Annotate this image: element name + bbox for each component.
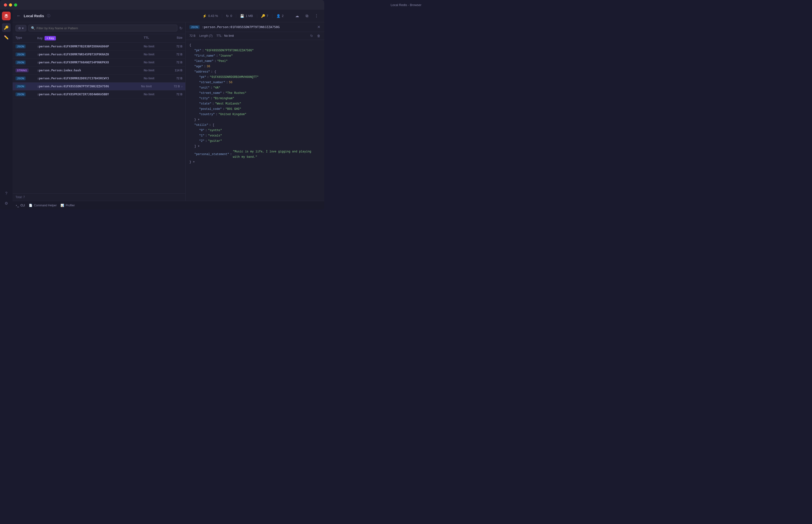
json-delete-btn[interactable]: 🗑 bbox=[316, 60, 320, 63]
keys-value: 7 bbox=[266, 14, 268, 18]
detail-delete-button[interactable]: 🗑 bbox=[317, 34, 320, 38]
toolbar-profiler[interactable]: 📊 Profiler bbox=[61, 204, 75, 207]
filter-dropdown-icon: ▾ bbox=[22, 26, 24, 30]
detail-type-badge: JSON bbox=[190, 25, 200, 29]
search-box: 🔍 bbox=[28, 25, 177, 31]
row-type: JSON bbox=[16, 45, 37, 48]
back-button[interactable]: ← bbox=[16, 13, 21, 18]
json-delete-btn[interactable]: 🗑 bbox=[316, 76, 320, 79]
row-type: JSON bbox=[16, 52, 37, 56]
json-line: "unit" : "4A" 🗑 bbox=[190, 85, 320, 91]
profiler-icon: 📊 bbox=[61, 204, 64, 207]
row-ttl: No limit bbox=[141, 85, 165, 88]
detail-close-button[interactable]: ✕ bbox=[317, 25, 320, 29]
copy-icon-btn[interactable]: ⧉ bbox=[303, 12, 311, 20]
clients-stat: 👤 2 bbox=[273, 14, 288, 18]
cpu-value: 0.43 % bbox=[208, 14, 218, 18]
json-line: "personal_statement" : "Music is my life… bbox=[190, 149, 320, 160]
search-input[interactable] bbox=[36, 26, 175, 30]
table-row[interactable]: JSON :person.Person:01FX8RMR82D091TC37B4… bbox=[13, 75, 185, 82]
add-key-button[interactable]: + Key bbox=[45, 36, 56, 40]
table-row[interactable]: JSON :person.Person:01FX8RMR7YB283BPZ88H… bbox=[13, 43, 185, 51]
json-delete-btn[interactable]: 🗑 bbox=[316, 92, 320, 95]
memory-value: 1 MB bbox=[246, 14, 253, 18]
row-ttl: No limit bbox=[144, 61, 168, 64]
key-list-footer: Total: 7 bbox=[13, 193, 185, 201]
row-expand-arrow: › bbox=[181, 84, 182, 88]
ops-stat: ↻ 0 bbox=[222, 14, 236, 18]
json-delete-btn[interactable]: 🗑 bbox=[316, 54, 320, 58]
filter-bar: ⚙ ▾ 🔍 ↻ bbox=[13, 22, 185, 34]
table-header: Type Key + Key TTL Size bbox=[13, 34, 185, 43]
minimize-button[interactable] bbox=[9, 3, 12, 6]
detail-ttl-value: No limit bbox=[224, 34, 234, 37]
col-size-header: Size bbox=[168, 36, 182, 40]
table-row[interactable]: JSON :person.Person:01FX8RMR7T60ANQTS4P9… bbox=[13, 59, 185, 67]
sidebar-help-icon[interactable]: ? bbox=[2, 189, 11, 198]
memory-icon: 💾 bbox=[240, 14, 244, 18]
json-delete-btn[interactable]: 🗑 bbox=[316, 108, 320, 111]
detail-refresh-button[interactable]: ↻ bbox=[310, 34, 313, 38]
table-row[interactable]: JSON :person.Person:01FX8SSSDN7PT9T3N0JZ… bbox=[13, 82, 185, 91]
row-size: 72 B bbox=[168, 45, 182, 48]
cloud-icon-btn[interactable]: ☁ bbox=[293, 12, 301, 20]
filter-type-button[interactable]: ⚙ ▾ bbox=[16, 25, 26, 31]
row-size: 72 B bbox=[168, 53, 182, 56]
row-type: JSON bbox=[16, 61, 37, 64]
json-delete-btn[interactable]: 🗑 bbox=[316, 113, 320, 116]
json-delete-btn[interactable]: 🗑 bbox=[316, 129, 320, 132]
json-edit-btn[interactable]: ✏ bbox=[312, 124, 315, 127]
json-delete-btn[interactable]: 🗑 bbox=[316, 49, 320, 52]
content-area: ⚙ ▾ 🔍 ↻ Type Key + bbox=[13, 22, 324, 201]
command-helper-icon: 📄 bbox=[29, 204, 32, 207]
table-row[interactable]: JSON :person.Person:01FX8SPMJK7IR7J8E4W6… bbox=[13, 91, 185, 98]
json-line: "0" : "synths" 🗑 bbox=[190, 128, 320, 133]
json-delete-btn[interactable]: 🗑 bbox=[316, 134, 320, 138]
sidebar-settings-icon[interactable]: ⚙ bbox=[2, 199, 11, 208]
header-actions: ☁ ⧉ ⋮ bbox=[290, 12, 320, 20]
json-delete-btn[interactable]: 🗑 bbox=[316, 97, 320, 100]
json-delete-btn[interactable]: 🗑 bbox=[316, 81, 320, 84]
col-type-header: Type bbox=[16, 36, 37, 40]
json-line: } + bbox=[190, 117, 320, 122]
row-key: :person.Person:01FX8RMR7YB283BPZ88HAGO66… bbox=[37, 45, 144, 48]
json-delete-btn[interactable]: 🗑 bbox=[316, 153, 320, 156]
sidebar-key-icon[interactable]: 🔑 bbox=[2, 23, 11, 32]
json-line: } + bbox=[190, 160, 320, 165]
json-delete-btn[interactable]: 🗑 bbox=[316, 124, 320, 127]
row-size: 72 B bbox=[168, 93, 182, 96]
json-delete-btn[interactable]: 🗑 bbox=[316, 65, 320, 68]
detail-meta: 72 B Length (7) TTL: No limit ↻ 🗑 bbox=[185, 32, 324, 40]
json-delete-btn[interactable]: 🗑 bbox=[316, 86, 320, 90]
sidebar-edit-icon[interactable]: ✏️ bbox=[2, 33, 11, 42]
json-viewer: { "pk" : "01FX8SSSDN7PT9T3N0JZZA758G" 🗑 … bbox=[185, 40, 324, 201]
header-stats: ⚡ 0.43 % ↻ 0 💾 1 MB 🔑 7 bbox=[199, 14, 288, 18]
connection-title: Local Redis bbox=[24, 14, 44, 18]
toolbar-cli[interactable]: ›_ CLI bbox=[16, 204, 25, 207]
toolbar-command-helper[interactable]: 📄 Command Helper bbox=[29, 204, 56, 207]
row-size: 114 B bbox=[168, 69, 182, 72]
command-helper-label: Command Helper bbox=[34, 204, 56, 207]
row-key: :person.Person:01FX8SPMJK7IR7J8E4W6KA5BB… bbox=[37, 93, 144, 96]
clients-icon: 👤 bbox=[276, 14, 280, 18]
row-type: JSON bbox=[16, 93, 37, 96]
json-line: "country" : "United Kingdom" 🗑 bbox=[190, 112, 320, 117]
refresh-button[interactable]: ↻ bbox=[179, 26, 182, 31]
json-line: "age" : 36 🗑 bbox=[190, 64, 320, 69]
table-row[interactable]: JSON :person.Person:01FX8RMR7NRS45PBT3XP… bbox=[13, 51, 185, 59]
json-edit-btn[interactable]: ✏ bbox=[312, 70, 315, 74]
row-size: 72 B bbox=[168, 77, 182, 80]
json-delete-btn[interactable]: 🗑 bbox=[316, 70, 320, 74]
info-icon[interactable]: ⓘ bbox=[47, 14, 50, 18]
detail-key-name: :person.Person:01FX8SSSDN7PT9T3N0JZZA758… bbox=[202, 25, 315, 29]
json-delete-btn[interactable]: 🗑 bbox=[316, 102, 320, 106]
col-key-header: Key + Key bbox=[37, 36, 144, 40]
more-options-btn[interactable]: ⋮ bbox=[313, 12, 320, 20]
table-row[interactable]: STRING :person.Person:index:hash No limi… bbox=[13, 67, 185, 75]
json-line: "street_number" : 56 🗑 bbox=[190, 80, 320, 85]
row-ttl: No limit bbox=[144, 77, 168, 80]
maximize-button[interactable] bbox=[14, 3, 17, 6]
close-button[interactable] bbox=[4, 3, 7, 6]
json-delete-btn[interactable]: 🗑 bbox=[316, 140, 320, 143]
ops-value: 0 bbox=[230, 14, 232, 18]
